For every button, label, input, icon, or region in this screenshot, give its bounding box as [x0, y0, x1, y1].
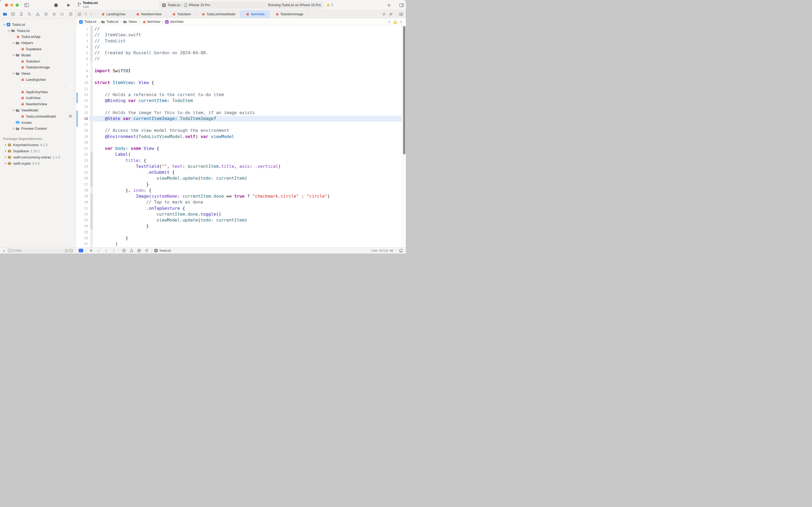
code-line-29[interactable]: 29Image(systemName: currentItem.done == …	[76, 193, 406, 199]
source-control-filter-icon[interactable]	[69, 249, 73, 252]
chevron-closed-icon[interactable]	[4, 156, 7, 158]
code-line-35[interactable]: 35	[76, 229, 406, 235]
breadcrumb-item-ItemView[interactable]: ItemView	[142, 20, 160, 24]
warning-count-badge[interactable]: 1	[326, 3, 333, 6]
sidebar-item-TodoList[interactable]: TodoList	[0, 21, 75, 27]
scrollbar-thumb[interactable]	[403, 26, 405, 154]
code-line-6[interactable]: 6//	[76, 56, 406, 62]
related-items-icon[interactable]	[77, 12, 81, 16]
breadcrumb-item-TodoList[interactable]: TodoList	[79, 20, 97, 24]
code-line-5[interactable]: 5// Created by Russell Gordon on 2024-04…	[76, 50, 406, 56]
source-editor[interactable]: 1//2// ItemView.swift3// TodoList4//5// …	[76, 25, 406, 247]
sidebar-item-TodoItem[interactable]: TodoItem	[0, 58, 75, 64]
sidebar-item-TodoListApp[interactable]: TodoListApp	[0, 34, 75, 40]
breakpoint-navigator-icon[interactable]	[60, 11, 65, 17]
code-line-27[interactable]: 27}	[76, 181, 406, 187]
code-line-15[interactable]: 15// Holds the image for this to-do item…	[76, 110, 406, 116]
add-file-icon[interactable]: +	[3, 249, 5, 253]
code-line-1[interactable]: 1//	[76, 26, 406, 32]
tab-ItemView[interactable]: ItemView	[240, 10, 270, 18]
code-line-28[interactable]: 28}, icon: {	[76, 187, 406, 193]
code-line-32[interactable]: 32currentItem.done.toggle()	[76, 211, 406, 217]
bookmarks-navigator-icon[interactable]	[18, 11, 24, 17]
chevron-open-icon[interactable]	[12, 54, 15, 56]
package-item-Supabase[interactable]: Supabase2.10.1	[0, 148, 75, 154]
sidebar-item-ItemView[interactable]: ItemViewM	[0, 83, 75, 89]
next-issue-icon[interactable]	[400, 20, 403, 23]
chevron-open-icon[interactable]	[12, 42, 15, 44]
zoom-window-button[interactable]	[15, 3, 19, 7]
code-line-14[interactable]: 14	[76, 104, 406, 110]
code-line-8[interactable]: 8import SwiftUI	[76, 68, 406, 74]
debug-navigator-icon[interactable]	[52, 11, 57, 17]
source-control-navigator-icon[interactable]	[10, 11, 16, 17]
package-item-swift-concurrency-extras[interactable]: swift-concurrency-extras1.1.0	[0, 154, 75, 160]
step-over-icon[interactable]	[96, 248, 101, 253]
code-line-4[interactable]: 4//	[76, 44, 406, 50]
code-line-21[interactable]: 21var body: some View {	[76, 146, 406, 152]
chevron-open-icon[interactable]	[12, 72, 15, 75]
sidebar-item-ViewModel[interactable]: ViewModel	[0, 107, 75, 113]
running-app-badge[interactable]: TodoList	[154, 249, 171, 252]
code-line-22[interactable]: 22Label(	[76, 152, 406, 157]
issue-warning-icon[interactable]	[393, 20, 397, 24]
filter-input[interactable]: Filter	[7, 248, 74, 253]
step-out-icon[interactable]	[111, 248, 116, 253]
filter-menu-icon[interactable]	[8, 249, 14, 252]
issue-navigator-icon[interactable]	[35, 11, 41, 17]
tab-TodoItemImage[interactable]: TodoItemImage	[270, 10, 308, 18]
close-window-button[interactable]	[5, 3, 8, 7]
breadcrumb-item-Views[interactable]: Views	[123, 20, 137, 23]
run-button[interactable]	[66, 2, 72, 8]
stop-button[interactable]	[53, 2, 59, 8]
code-line-13[interactable]: 13@Binding var currentItem: TodoItem	[76, 98, 406, 104]
code-line-23[interactable]: 23title: {	[76, 158, 406, 164]
sidebar-item-LandingView[interactable]: LandingView	[0, 76, 75, 83]
minimize-window-button[interactable]	[10, 3, 13, 7]
breakpoints-toggle-button[interactable]	[78, 248, 83, 253]
add-button[interactable]	[386, 2, 392, 8]
chevron-closed-icon[interactable]	[4, 150, 7, 152]
code-line-33[interactable]: 33viewModel.update(todo: currentItem)	[76, 217, 406, 223]
test-navigator-icon[interactable]	[43, 11, 49, 17]
pause-execution-icon[interactable]	[89, 248, 94, 253]
chevron-open-icon[interactable]	[12, 109, 15, 111]
code-line-11[interactable]: 11	[76, 86, 406, 92]
code-line-26[interactable]: 26viewModel.update(todo: currentItem)	[76, 175, 406, 181]
breadcrumb-item-ItemView[interactable]: SItemView	[165, 20, 183, 24]
source-control-change-bar[interactable]	[76, 92, 77, 103]
code-line-24[interactable]: 24TextField("", text: $currentItem.title…	[76, 164, 406, 169]
toggle-debug-area-icon[interactable]	[398, 248, 403, 253]
code-line-34[interactable]: 34}	[76, 223, 406, 229]
go-back-icon[interactable]	[84, 12, 88, 16]
breadcrumb-item-TodoList[interactable]: TodoList	[101, 20, 118, 23]
sidebar-item-AppEntryView[interactable]: AppEntryView	[0, 89, 75, 95]
sidebar-item-TodoListViewModel[interactable]: TodoListViewModelM	[0, 113, 75, 119]
code-line-9[interactable]: 9	[76, 74, 406, 80]
code-line-17[interactable]: 17	[76, 122, 406, 127]
code-line-31[interactable]: 31.onTapGesture {	[76, 206, 406, 211]
chevron-closed-icon[interactable]	[4, 144, 7, 146]
code-line-20[interactable]: 20	[76, 139, 406, 146]
tab-TodoListViewModel[interactable]: TodoListViewModel	[196, 10, 240, 18]
code-line-2[interactable]: 2// ItemView.swift	[76, 32, 406, 38]
sidebar-item-Model[interactable]: Model	[0, 52, 75, 58]
code-line-3[interactable]: 3// TodoList	[76, 38, 406, 44]
toggle-inspector-icon[interactable]	[399, 2, 404, 8]
project-navigator-icon[interactable]	[2, 11, 7, 17]
toggle-navigator-icon[interactable]	[23, 2, 30, 8]
editor-scrollbar[interactable]	[402, 25, 406, 247]
tab-LandingView[interactable]: LandingView	[96, 10, 130, 18]
simulate-location-icon[interactable]	[144, 248, 149, 253]
code-line-36[interactable]: 36}	[76, 235, 406, 241]
previous-issue-icon[interactable]	[388, 20, 391, 23]
environment-overrides-icon[interactable]	[136, 248, 141, 253]
sidebar-item-Assets[interactable]: Assets	[0, 119, 75, 126]
view-hierarchy-icon[interactable]	[121, 248, 126, 253]
step-into-icon[interactable]	[104, 248, 109, 253]
report-navigator-icon[interactable]	[68, 11, 73, 17]
sidebar-item-TodoList[interactable]: TodoList	[0, 27, 75, 34]
memory-graph-icon[interactable]	[129, 248, 134, 253]
editor-options-icon[interactable]	[389, 12, 393, 16]
sidebar-item-NewItemView[interactable]: NewItemView	[0, 101, 75, 107]
